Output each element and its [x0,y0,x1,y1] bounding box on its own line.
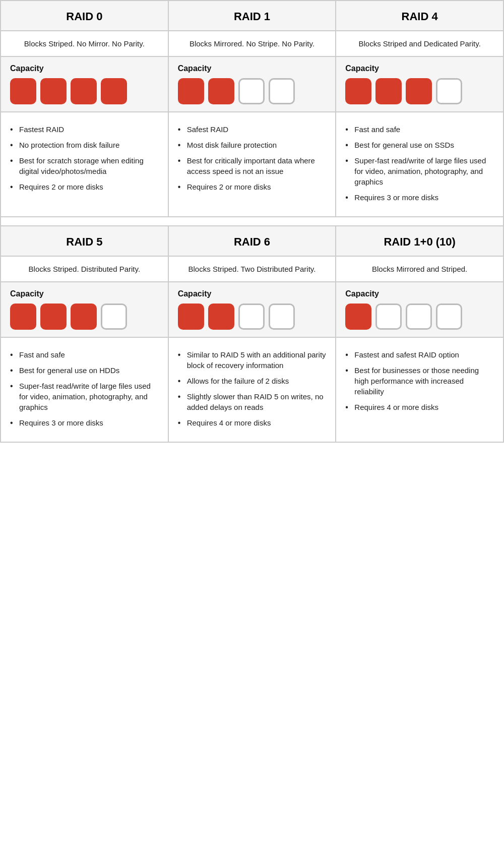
raid4-disk-2 [375,78,402,104]
raid6-title: RAID 6 [169,226,336,257]
raid4-disks [345,78,494,104]
raid4-features-list: Fast and safeBest for general use on SSD… [345,122,494,205]
raid6-disks [178,304,327,330]
raid-cell-raid0: RAID 0Blocks Striped. No Mirror. No Pari… [1,1,168,217]
raid5-feature-3: Super-fast read/write of large files use… [10,378,159,415]
raid10-features-list: Fastest and safest RAID optionBest for b… [345,347,494,415]
raid10-description: Blocks Mirrored and Striped. [336,257,503,282]
raid10-capacity-section: Capacity [336,282,503,338]
raid0-features-list: Fastest RAIDNo protection from disk fail… [10,122,159,195]
raid10-title: RAID 1+0 (10) [336,226,503,257]
raid1-capacity-section: Capacity [169,57,336,112]
raid5-disk-4 [101,304,127,330]
raid0-feature-4: Requires 2 or more disks [10,179,159,195]
raid1-description: Blocks Mirrored. No Stripe. No Parity. [169,31,336,57]
raid10-disks [345,304,494,330]
raid0-description: Blocks Striped. No Mirror. No Parity. [1,31,168,57]
raid4-features-section: Fast and safeBest for general use on SSD… [336,112,503,216]
raid-cell-raid5: RAID 5Blocks Striped. Distributed Parity… [1,226,168,442]
raid6-feature-3: Slightly slower than RAID 5 on writes, n… [178,389,327,415]
raid10-features-section: Fastest and safest RAID optionBest for b… [336,338,503,426]
raid6-feature-1: Similar to RAID 5 with an additional par… [178,347,327,373]
raid1-disks [178,78,327,104]
raid10-feature-1: Fastest and safest RAID option [345,347,494,362]
raid0-disks [10,78,159,104]
raid4-feature-4: Requires 3 or more disks [345,190,494,205]
raid6-disk-1 [178,304,204,330]
raid1-features-section: Safest RAIDMost disk failure protectionB… [169,112,336,206]
raid0-disk-1 [10,78,36,104]
raid0-feature-1: Fastest RAID [10,122,159,137]
raid-row-2: RAID 5Blocks Striped. Distributed Parity… [1,226,503,442]
raid-cell-raid6: RAID 6Blocks Striped. Two Distributed Pa… [168,226,336,442]
raid4-capacity-label: Capacity [345,64,494,73]
raid1-features-list: Safest RAIDMost disk failure protectionB… [178,122,327,195]
raid1-feature-2: Most disk failure protection [178,137,327,153]
raid10-disk-4 [436,304,462,330]
raid5-disk-1 [10,304,36,330]
raid6-description: Blocks Striped. Two Distributed Parity. [169,257,336,282]
raid1-disk-2 [208,78,234,104]
raid6-capacity-label: Capacity [178,289,327,298]
raid6-features-list: Similar to RAID 5 with an additional par… [178,347,327,431]
raid-cell-raid4: RAID 4Blocks Striped and Dedicated Parit… [336,1,503,217]
raid4-title: RAID 4 [336,1,503,31]
raid1-capacity-label: Capacity [178,64,327,73]
raid6-features-section: Similar to RAID 5 with an additional par… [169,338,336,442]
raid0-title: RAID 0 [1,1,168,31]
raid6-feature-2: Allows for the failure of 2 disks [178,373,327,389]
raid5-features-list: Fast and safeBest for general use on HDD… [10,347,159,431]
raid6-capacity-section: Capacity [169,282,336,338]
raid5-capacity-section: Capacity [1,282,168,338]
raid5-disks [10,304,159,330]
raid0-feature-3: Best for scratch storage when editing di… [10,153,159,179]
raid1-disk-1 [178,78,204,104]
raid4-description: Blocks Striped and Dedicated Parity. [336,31,503,57]
raid10-disk-1 [345,304,371,330]
raid0-disk-2 [40,78,67,104]
section-divider [1,217,503,226]
raid5-disk-3 [71,304,97,330]
raid5-capacity-label: Capacity [10,289,159,298]
raid0-features-section: Fastest RAIDNo protection from disk fail… [1,112,168,206]
raid5-features-section: Fast and safeBest for general use on HDD… [1,338,168,442]
raid-cell-raid1: RAID 1Blocks Mirrored. No Stripe. No Par… [168,1,336,217]
raid1-feature-1: Safest RAID [178,122,327,137]
raid6-disk-3 [238,304,265,330]
raid4-disk-4 [436,78,462,104]
raid-row-1: RAID 0Blocks Striped. No Mirror. No Pari… [1,1,503,217]
raid5-description: Blocks Striped. Distributed Parity. [1,257,168,282]
raid4-feature-2: Best for general use on SSDs [345,137,494,153]
raid0-capacity-label: Capacity [10,64,159,73]
raid1-feature-3: Best for critically important data where… [178,153,327,179]
raid4-feature-3: Super-fast read/write of large files use… [345,153,494,190]
raid6-disk-4 [269,304,295,330]
raid-cell-raid10: RAID 1+0 (10)Blocks Mirrored and Striped… [336,226,503,442]
raid1-disk-3 [238,78,265,104]
raid1-disk-4 [269,78,295,104]
raid1-title: RAID 1 [169,1,336,31]
raid5-title: RAID 5 [1,226,168,257]
raid10-disk-2 [375,304,402,330]
raid4-disk-1 [345,78,371,104]
raid0-feature-2: No protection from disk failure [10,137,159,153]
raid5-feature-2: Best for general use on HDDs [10,362,159,378]
raid10-disk-3 [406,304,432,330]
raid10-capacity-label: Capacity [345,289,494,298]
divider-cell [1,217,503,226]
raid1-feature-4: Requires 2 or more disks [178,179,327,195]
raid10-feature-2: Best for businesses or those needing hig… [345,362,494,399]
raid0-disk-4 [101,78,127,104]
raid4-feature-1: Fast and safe [345,122,494,137]
raid-comparison-table: RAID 0Blocks Striped. No Mirror. No Pari… [0,0,504,443]
raid5-feature-4: Requires 3 or more disks [10,415,159,431]
raid10-feature-3: Requires 4 or more disks [345,399,494,415]
raid5-feature-1: Fast and safe [10,347,159,362]
raid6-feature-4: Requires 4 or more disks [178,415,327,431]
raid5-disk-2 [40,304,67,330]
raid4-capacity-section: Capacity [336,57,503,112]
raid0-capacity-section: Capacity [1,57,168,112]
raid4-disk-3 [406,78,432,104]
raid6-disk-2 [208,304,234,330]
raid0-disk-3 [71,78,97,104]
